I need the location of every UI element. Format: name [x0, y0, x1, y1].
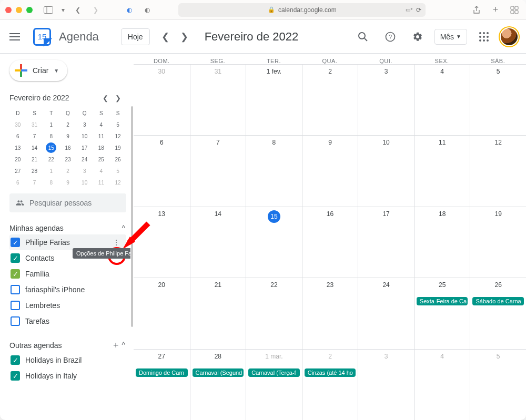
day-cell[interactable]: 27Domingo de Carn	[134, 349, 190, 420]
mini-day[interactable]: 10	[79, 131, 90, 141]
day-cell[interactable]: 13	[134, 207, 190, 278]
mini-day[interactable]: 1	[46, 119, 56, 130]
mini-day[interactable]: 10	[79, 177, 90, 188]
day-cell[interactable]: 26Sábado de Carna	[470, 278, 526, 349]
day-cell[interactable]: 18	[414, 207, 470, 278]
calendar-checkbox[interactable]	[11, 253, 20, 263]
new-tab-icon[interactable]: +	[489, 4, 502, 16]
event-chip[interactable]: Carnaval (Terça-f	[248, 368, 300, 377]
mini-day[interactable]: 31	[29, 119, 40, 130]
mini-day[interactable]: 22	[46, 154, 56, 165]
nav-forward-icon[interactable]: ❯	[89, 4, 102, 16]
other-calendars-header[interactable]: Outras agendas + ^	[9, 341, 126, 350]
mini-day[interactable]: 3	[79, 119, 90, 130]
mini-day[interactable]: 12	[113, 177, 123, 188]
search-people-input[interactable]: Pesquisar pessoas	[9, 193, 126, 212]
mini-day[interactable]: 1	[46, 166, 56, 176]
day-cell[interactable]: 5	[470, 64, 526, 135]
day-cell[interactable]: 22	[246, 278, 302, 349]
mini-day[interactable]: 9	[63, 177, 73, 188]
mini-day[interactable]: 12	[113, 131, 123, 141]
mini-day[interactable]: 7	[29, 131, 40, 141]
mini-day[interactable]: 15	[46, 142, 56, 153]
mini-day[interactable]: 5	[113, 119, 123, 130]
mini-day[interactable]: 9	[63, 131, 73, 141]
mini-day[interactable]: 5	[113, 166, 123, 176]
mini-day[interactable]: 2	[63, 119, 73, 130]
mini-day[interactable]: 16	[63, 142, 73, 153]
day-cell[interactable]: 4	[414, 349, 470, 420]
calendar-checkbox[interactable]	[11, 301, 20, 310]
day-cell[interactable]: 1 fev.	[246, 64, 302, 135]
view-selector[interactable]: Mês ▼	[434, 29, 467, 45]
mini-next-button[interactable]: ❯	[112, 91, 124, 104]
fullscreen-window-icon[interactable]	[26, 7, 33, 13]
day-cell[interactable]: 1 mar.Carnaval (Terça-f	[246, 349, 302, 420]
add-calendar-icon[interactable]: +	[113, 341, 119, 350]
day-cell[interactable]: 9	[302, 135, 358, 206]
chevron-down-icon[interactable]: ▾	[60, 4, 66, 16]
event-chip[interactable]: Sábado de Carna	[472, 297, 524, 305]
mini-day[interactable]: 24	[79, 154, 90, 165]
mini-day[interactable]: 11	[96, 177, 106, 188]
mini-day[interactable]: 26	[113, 154, 123, 165]
search-button[interactable]	[352, 26, 373, 47]
calendar-options-button[interactable]: ⋮	[109, 235, 123, 249]
event-chip[interactable]: Domingo de Carn	[136, 368, 188, 377]
event-chip[interactable]: Cinzas (até 14 ho	[305, 368, 356, 377]
my-calendars-header[interactable]: Minhas agendas ^	[9, 224, 126, 232]
day-cell[interactable]: 7	[190, 135, 246, 206]
mini-day[interactable]: 27	[13, 166, 23, 176]
mini-day[interactable]: 3	[79, 166, 90, 176]
day-cell[interactable]: 23	[302, 278, 358, 349]
main-menu-button[interactable]	[4, 26, 25, 47]
create-button[interactable]: Criar ▼	[9, 60, 67, 81]
mini-day[interactable]: 8	[46, 131, 56, 141]
day-cell[interactable]: 19	[470, 207, 526, 278]
share-icon[interactable]	[470, 4, 483, 16]
mini-day[interactable]: 13	[13, 142, 23, 153]
sidebar-toggle-icon[interactable]	[42, 4, 55, 16]
day-cell[interactable]: 21	[190, 278, 246, 349]
help-button[interactable]: ?	[380, 26, 401, 47]
mini-day[interactable]: 11	[96, 131, 106, 141]
mini-day[interactable]: 25	[96, 154, 106, 165]
mini-day[interactable]: 4	[96, 119, 106, 130]
day-cell[interactable]: 15	[246, 207, 302, 278]
calendar-checkbox[interactable]	[11, 238, 20, 247]
mini-day[interactable]: 23	[63, 154, 73, 165]
event-chip[interactable]: Sexta-Feira de Ca	[417, 297, 468, 305]
reader-icon[interactable]: ▭⁺	[406, 7, 413, 13]
minimize-window-icon[interactable]	[16, 7, 22, 13]
mini-day[interactable]: 21	[29, 154, 40, 165]
day-cell[interactable]: 3	[358, 349, 414, 420]
day-cell[interactable]: 4	[414, 64, 470, 135]
calendar-checkbox[interactable]	[11, 355, 20, 365]
calendar-item[interactable]: Lembretes	[9, 298, 126, 313]
settings-button[interactable]	[407, 26, 428, 47]
mini-prev-button[interactable]: ❮	[99, 91, 112, 104]
day-cell[interactable]: 6	[134, 135, 190, 206]
calendar-item[interactable]: Tarefas	[9, 313, 126, 329]
day-cell[interactable]: 17	[358, 207, 414, 278]
event-chip[interactable]: Carnaval (Segund	[193, 368, 244, 377]
mini-day[interactable]: 6	[13, 131, 23, 141]
mini-day[interactable]: 28	[29, 166, 40, 176]
day-cell[interactable]: 10	[358, 135, 414, 206]
day-cell[interactable]: 5	[470, 349, 526, 420]
mini-day[interactable]: 14	[29, 142, 40, 153]
day-cell[interactable]: 31	[190, 64, 246, 135]
day-cell[interactable]: 2	[302, 64, 358, 135]
next-month-button[interactable]: ❯	[175, 27, 194, 46]
mini-day[interactable]: 2	[63, 166, 73, 176]
tabs-overview-icon[interactable]	[508, 4, 521, 16]
day-cell[interactable]: 16	[302, 207, 358, 278]
nav-back-icon[interactable]: ❮	[72, 4, 84, 16]
calendar-item[interactable]: Holidays in Italy	[9, 368, 126, 384]
calendar-item[interactable]: Família	[9, 266, 126, 282]
mini-day[interactable]: 6	[13, 177, 23, 188]
prev-month-button[interactable]: ❮	[156, 27, 175, 46]
day-cell[interactable]: 30	[134, 64, 190, 135]
reload-icon[interactable]: ⟳	[416, 6, 421, 14]
extension-icon[interactable]: ◐	[123, 4, 136, 16]
